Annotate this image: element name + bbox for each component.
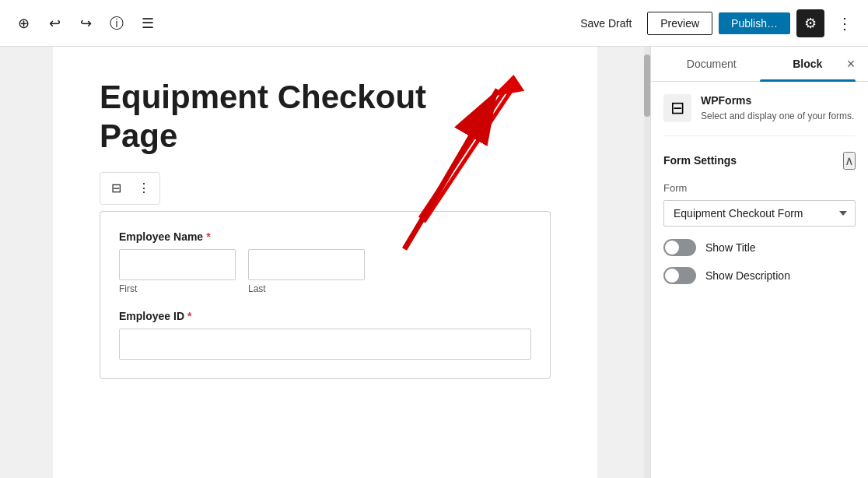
- block-toolbar: ⊟ ⋮: [100, 172, 160, 205]
- scrollbar-track: [644, 47, 650, 478]
- show-title-label: Show Title: [705, 241, 756, 254]
- sidebar-content: ⊟ WPForms Select and display one of your…: [651, 82, 868, 309]
- collapse-settings-button[interactable]: ∧: [843, 152, 856, 170]
- add-icon: ⊕: [18, 15, 30, 32]
- preview-button[interactable]: Preview: [647, 12, 712, 35]
- block-name: WPForms: [701, 94, 854, 107]
- info-button[interactable]: ⓘ: [103, 9, 131, 37]
- sidebar-panel: Document Block × ⊟ WPForms Select and di…: [650, 47, 868, 478]
- editor-area: Equipment CheckoutPage ⊟ ⋮ Employee Name…: [0, 47, 650, 478]
- form-settings-title: Form Settings: [663, 154, 737, 167]
- block-info-text: WPForms Select and display one of your f…: [701, 94, 854, 123]
- list-view-button[interactable]: ☰: [134, 9, 162, 37]
- more-icon: ⋮: [837, 14, 852, 33]
- gear-icon: ⚙: [804, 15, 817, 32]
- toolbar-right: Save Draft Preview Publish… ⚙ ⋮: [571, 9, 859, 37]
- page-title: Equipment CheckoutPage: [100, 78, 551, 156]
- toolbar-left: ⊕ ↩ ↪ ⓘ ☰: [9, 9, 568, 37]
- last-name-input[interactable]: [248, 249, 365, 280]
- name-field-row: First Last: [119, 249, 531, 294]
- save-draft-button[interactable]: Save Draft: [571, 12, 641, 34]
- show-title-toggle[interactable]: [663, 239, 696, 256]
- list-icon: ☰: [142, 15, 154, 32]
- employee-name-label: Employee Name*: [119, 230, 531, 243]
- more-options-button[interactable]: ⋮: [831, 9, 859, 37]
- redo-button[interactable]: ↪: [72, 9, 100, 37]
- close-icon: ×: [847, 56, 856, 72]
- employee-id-label: Employee ID*: [119, 310, 531, 322]
- settings-button[interactable]: ⚙: [796, 9, 824, 37]
- show-description-toggle[interactable]: [663, 267, 696, 284]
- main-layout: Equipment CheckoutPage ⊟ ⋮ Employee Name…: [0, 47, 868, 478]
- employee-id-input[interactable]: [119, 329, 531, 360]
- first-label: First: [119, 283, 236, 294]
- required-indicator: *: [206, 230, 210, 243]
- first-name-col: First: [119, 249, 236, 294]
- redo-icon: ↪: [80, 15, 92, 32]
- info-icon: ⓘ: [110, 14, 124, 33]
- form-block: Employee Name* First Last Employee ID*: [100, 211, 551, 379]
- wpforms-block-icon: ⊟: [663, 94, 691, 122]
- undo-icon: ↩: [49, 15, 61, 32]
- form-select-label: Form: [663, 182, 856, 194]
- wpforms-block-icon-button[interactable]: ⊟: [103, 176, 128, 201]
- block-more-options-button[interactable]: ⋮: [131, 176, 156, 201]
- block-more-icon: ⋮: [138, 181, 150, 195]
- close-sidebar-button[interactable]: ×: [840, 53, 862, 75]
- last-label: Last: [248, 283, 365, 294]
- last-name-col: Last: [248, 249, 365, 294]
- toolbar: ⊕ ↩ ↪ ⓘ ☰ Save Draft Preview Publish… ⚙ …: [0, 0, 868, 47]
- scrollbar-thumb[interactable]: [644, 54, 650, 117]
- editor-content: Equipment CheckoutPage ⊟ ⋮ Employee Name…: [53, 47, 597, 478]
- publish-button[interactable]: Publish…: [719, 12, 790, 34]
- block-info: ⊟ WPForms Select and display one of your…: [663, 94, 856, 136]
- add-block-button[interactable]: ⊕: [9, 9, 37, 37]
- form-settings-section: Form Settings ∧ Form Equipment Checkout …: [663, 152, 856, 284]
- form-block-icon: ⊟: [111, 181, 121, 195]
- undo-button[interactable]: ↩: [40, 9, 68, 37]
- sidebar-tabs: Document Block ×: [651, 47, 868, 82]
- tab-document[interactable]: Document: [663, 47, 760, 81]
- block-description: Select and display one of your forms.: [701, 110, 854, 123]
- show-title-row: Show Title: [663, 239, 856, 256]
- employee-id-required: *: [187, 310, 191, 322]
- form-select[interactable]: Equipment Checkout Form: [663, 200, 856, 227]
- first-name-input[interactable]: [119, 249, 236, 280]
- settings-header: Form Settings ∧: [663, 152, 856, 170]
- show-description-label: Show Description: [705, 269, 790, 282]
- show-description-row: Show Description: [663, 267, 856, 284]
